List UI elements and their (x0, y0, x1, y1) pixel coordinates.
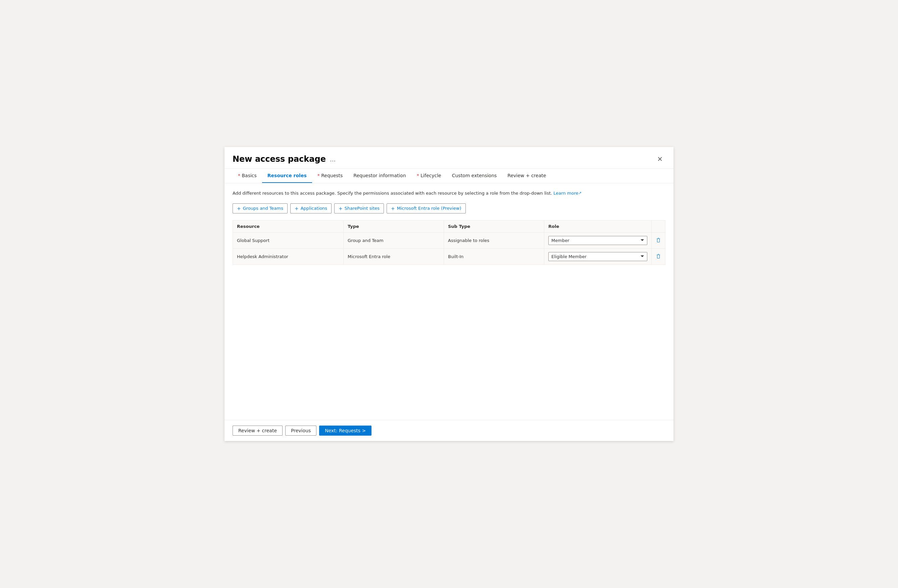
tab-resource-roles[interactable]: Resource roles (262, 169, 312, 183)
dialog-header: New access package ... ✕ (224, 147, 674, 169)
role-dropdown[interactable]: Member Owner (548, 236, 647, 245)
add-entra-role-button[interactable]: + Microsoft Entra role (Preview) (387, 203, 466, 214)
role-dropdown[interactable]: Eligible Member Active Member (548, 252, 647, 261)
role-select-wrapper: Member Owner (548, 236, 647, 245)
resource-type-cell: Microsoft Entra role (344, 249, 444, 265)
resource-role-cell: Eligible Member Active Member (544, 249, 652, 265)
learn-more-link[interactable]: Learn more ↗ (554, 191, 581, 195)
column-header-resource: Resource (233, 220, 344, 232)
tab-custom-extensions[interactable]: Custom extensions (447, 169, 502, 183)
add-groups-teams-button[interactable]: + Groups and Teams (232, 203, 288, 214)
info-description: Add different resources to this access p… (232, 190, 666, 197)
table-header: Resource Type Sub Type Role (233, 220, 665, 232)
dialog-content: Add different resources to this access p… (224, 183, 674, 420)
trash-icon (656, 238, 661, 243)
delete-row-button[interactable] (654, 252, 663, 260)
close-icon: ✕ (657, 155, 663, 163)
plus-icon: + (295, 206, 299, 211)
more-options-icon[interactable]: ... (330, 156, 335, 163)
delete-cell (652, 249, 665, 265)
next-button[interactable]: Next: Requests > (319, 426, 372, 436)
tab-requests[interactable]: Requests (312, 169, 348, 183)
resource-subtype-cell: Assignable to roles (444, 232, 544, 248)
new-access-package-dialog: New access package ... ✕ Basics Resource… (224, 147, 674, 441)
close-button[interactable]: ✕ (654, 154, 666, 165)
resource-type-cell: Group and Team (344, 232, 444, 248)
review-create-button[interactable]: Review + create (232, 426, 283, 436)
tab-basics[interactable]: Basics (232, 169, 262, 183)
table-row: Global Support Group and Team Assignable… (233, 232, 665, 249)
column-header-subtype: Sub Type (444, 220, 544, 232)
dialog-title: New access package (232, 154, 326, 164)
resource-subtype-cell: Built-In (444, 249, 544, 265)
plus-icon: + (391, 206, 395, 211)
add-applications-button[interactable]: + Applications (290, 203, 332, 214)
add-sharepoint-sites-button[interactable]: + SharePoint sites (334, 203, 384, 214)
resource-role-cell: Member Owner (544, 232, 652, 248)
previous-button[interactable]: Previous (285, 426, 317, 436)
delete-cell (652, 232, 665, 248)
tab-review-create[interactable]: Review + create (502, 169, 551, 183)
table-row: Helpdesk Administrator Microsoft Entra r… (233, 249, 665, 265)
resource-action-buttons: + Groups and Teams + Applications + Shar… (232, 203, 666, 214)
external-link-icon: ↗ (578, 191, 581, 196)
column-header-role: Role (544, 220, 652, 232)
role-select-wrapper: Eligible Member Active Member (548, 252, 647, 261)
trash-icon (656, 254, 661, 259)
column-header-type: Type (344, 220, 444, 232)
resource-roles-table: Resource Type Sub Type Role Global Suppo… (232, 220, 666, 265)
plus-icon: + (237, 206, 241, 211)
resource-name-cell: Global Support (233, 232, 344, 248)
tab-requestor-information[interactable]: Requestor information (348, 169, 411, 183)
dialog-title-row: New access package ... (232, 154, 335, 164)
tab-bar: Basics Resource roles Requests Requestor… (224, 169, 674, 183)
column-header-actions (652, 220, 665, 232)
dialog-footer: Review + create Previous Next: Requests … (224, 420, 674, 441)
delete-row-button[interactable] (654, 236, 663, 244)
resource-name-cell: Helpdesk Administrator (233, 249, 344, 265)
tab-lifecycle[interactable]: Lifecycle (411, 169, 447, 183)
plus-icon: + (338, 206, 343, 211)
